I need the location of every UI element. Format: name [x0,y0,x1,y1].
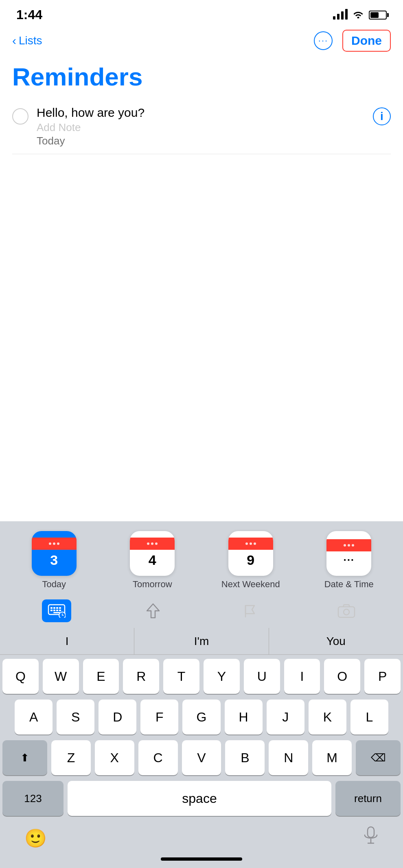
reminder-note[interactable]: Add Note [37,121,365,134]
done-button[interactable]: Done [342,30,391,52]
key-u[interactable]: U [244,659,280,694]
reminder-date: Today [37,135,365,147]
key-e[interactable]: E [83,659,119,694]
key-f[interactable]: F [140,700,178,735]
key-i[interactable]: I [284,659,320,694]
suggestion-you[interactable]: You [269,628,403,654]
keyboard: I I'm You Q W E R T Y U I O P A S [0,628,403,821]
key-l[interactable]: L [350,700,388,735]
nav-bar: ‹ Lists ··· Done [0,26,403,58]
suggestion-i[interactable]: I [0,628,134,654]
key-r[interactable]: R [123,659,159,694]
home-bar [161,857,242,861]
toolbar-icons [0,596,403,628]
key-t[interactable]: T [163,659,199,694]
key-j[interactable]: J [267,700,304,735]
today-icon-dots [49,542,59,545]
key-a[interactable]: A [15,700,53,735]
reminder-info-button[interactable]: i [373,107,391,125]
today-label: Today [42,579,66,590]
shortcut-tomorrow[interactable]: 4 Tomorrow [107,531,199,590]
key-n[interactable]: N [269,740,308,775]
svg-point-14 [344,609,349,615]
key-w[interactable]: W [43,659,79,694]
key-row-3: ⬆ Z X C V B N M ⌫ [2,740,401,775]
delete-key[interactable]: ⌫ [356,740,401,775]
back-button[interactable]: ‹ Lists [12,34,42,47]
key-g[interactable]: G [182,700,220,735]
key-row-2: A S D F G H J K L [2,700,401,735]
svg-rect-8 [59,610,61,611]
key-s[interactable]: S [57,700,94,735]
tomorrow-label: Tomorrow [133,579,172,590]
key-c[interactable]: C [138,740,178,775]
key-p[interactable]: P [364,659,401,694]
next-weekend-icon: 9 [228,531,273,576]
today-icon-number: 3 [50,550,58,570]
key-d[interactable]: D [99,700,136,735]
ellipsis-icon: ··· [318,35,328,46]
svg-rect-9 [53,612,60,613]
key-z[interactable]: Z [51,740,91,775]
keyboard-rows: Q W E R T Y U I O P A S D F G H J K [0,655,403,775]
next-weekend-icon-dots [245,542,256,545]
reminder-item: Hello, how are you? Add Note Today i [12,99,391,154]
camera-icon [336,601,357,621]
status-time: 1:44 [16,7,42,22]
home-indicator [0,857,403,868]
return-key[interactable]: return [335,781,401,816]
tomorrow-icon-dots [147,542,158,545]
date-time-label: Date & Time [324,579,374,590]
toolbar-area: 3 Today 4 Tomorrow [0,521,403,868]
key-h[interactable]: H [225,700,263,735]
shortcut-date-time[interactable]: ··· Date & Time [303,531,395,590]
key-k[interactable]: K [309,700,346,735]
date-time-icon-header [326,539,371,551]
svg-rect-7 [56,610,58,611]
date-time-icon-dots [344,544,354,547]
shortcut-today[interactable]: 3 Today [8,531,100,590]
reminder-content: Hello, how are you? Add Note Today [37,106,365,147]
svg-rect-15 [368,827,374,837]
location-button[interactable] [105,601,202,621]
key-x[interactable]: X [95,740,134,775]
info-icon: i [380,110,383,123]
more-button[interactable]: ··· [314,31,333,50]
svg-rect-4 [59,607,61,609]
numbers-key[interactable]: 123 [2,781,64,816]
key-row-1: Q W E R T Y U I O P [2,659,401,694]
shift-key[interactable]: ⬆ [2,740,47,775]
chevron-left-icon: ‹ [12,35,16,47]
location-icon [143,601,163,621]
emoji-button[interactable]: 🙂 [24,828,47,849]
key-m[interactable]: M [312,740,352,775]
today-icon-header [32,538,77,550]
date-time-icon: ··· [326,531,371,576]
shortcut-next-weekend[interactable]: 9 Next Weekend [205,531,297,590]
today-icon: 3 [32,531,77,576]
key-y[interactable]: Y [204,659,240,694]
tomorrow-icon: 4 [130,531,175,576]
status-icons [333,9,387,21]
keyboard-toggle-button[interactable] [8,599,105,622]
space-key[interactable]: space [68,781,331,816]
key-row-bottom: 123 space return [0,781,403,821]
svg-rect-6 [53,610,55,611]
back-label: Lists [19,34,42,47]
reminder-checkbox[interactable] [12,108,28,125]
tomorrow-icon-header [130,538,175,550]
status-bar: 1:44 [0,0,403,26]
microphone-button[interactable] [363,826,379,851]
battery-icon [369,11,387,20]
key-b[interactable]: B [225,740,265,775]
next-weekend-icon-header [228,538,273,550]
camera-button[interactable] [298,601,395,621]
svg-rect-13 [338,607,355,617]
page-title: Reminders [0,58,403,99]
key-q[interactable]: Q [2,659,39,694]
flag-button[interactable] [202,601,298,621]
key-v[interactable]: V [182,740,221,775]
key-o[interactable]: O [324,659,360,694]
suggestion-im[interactable]: I'm [134,628,269,654]
reminder-title[interactable]: Hello, how are you? [37,106,365,120]
